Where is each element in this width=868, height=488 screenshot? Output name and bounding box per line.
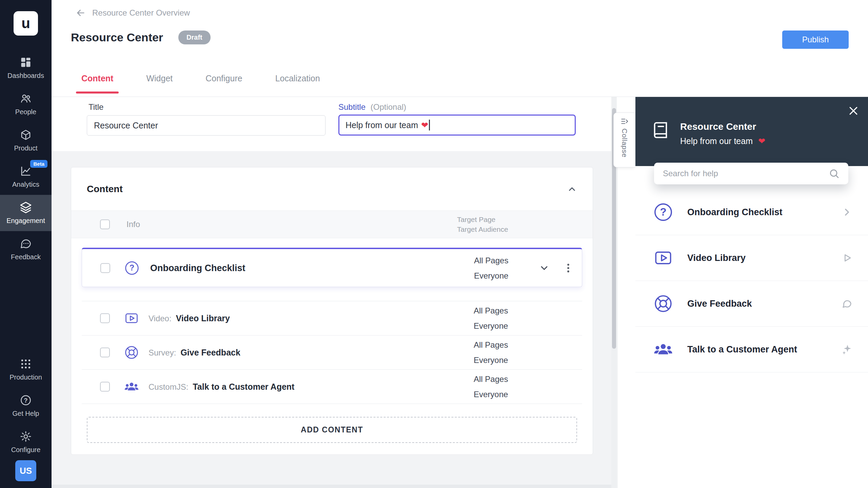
horizontal-scrollbar[interactable] (52, 485, 611, 488)
tab-content[interactable]: Content (79, 60, 115, 97)
grid-dots-icon (20, 358, 32, 370)
select-all-checkbox[interactable] (100, 220, 110, 229)
chat-dots-icon (20, 238, 32, 250)
subtitle-optional-label: (Optional) (371, 102, 406, 111)
preview-item-label: Video Library (687, 253, 841, 263)
row-name: Give Feedback (180, 348, 240, 358)
dashboards-icon (20, 56, 32, 68)
content-row-video-library[interactable]: Video: Video Library All Pages Everyone (82, 301, 582, 336)
main-content: Title Subtitle (Optional) Help from our … (52, 97, 618, 488)
row-target-page: All Pages (474, 371, 508, 387)
video-icon (653, 248, 673, 268)
lifebuoy-icon (653, 294, 673, 313)
preview-title: Resource Center (680, 121, 765, 132)
row-checkbox[interactable] (100, 313, 110, 323)
preview-item-video-library[interactable]: Video Library (635, 235, 868, 281)
title-input[interactable] (87, 115, 326, 136)
userpilot-logo[interactable]: u (14, 11, 38, 36)
preview-item-give-feedback[interactable]: Give Feedback (635, 281, 868, 327)
column-header-target-page: Target Page (457, 215, 508, 224)
sidebar-item-get-help[interactable]: ? Get Help (0, 388, 52, 424)
chevron-up-icon[interactable] (567, 184, 577, 194)
row-checkbox[interactable] (100, 263, 110, 273)
kebab-menu-icon[interactable] (563, 262, 574, 274)
sidebar-item-product[interactable]: Product (0, 122, 52, 159)
sidebar-item-label: Production (9, 373, 42, 381)
content-row-onboarding-checklist[interactable]: ? Onboarding Checklist All Pages Everyon… (82, 248, 582, 287)
book-icon (652, 121, 669, 146)
publish-button[interactable]: Publish (782, 30, 849, 49)
text-caret (429, 120, 430, 130)
sidebar-item-label: People (15, 108, 36, 116)
preview-item-onboarding-checklist[interactable]: ? Onboarding Checklist (635, 189, 868, 235)
play-icon (841, 252, 853, 264)
row-target-page: All Pages (474, 253, 508, 268)
content-card: Content Info Target Page Target Audience… (71, 167, 593, 455)
sidebar-item-production[interactable]: Production (0, 351, 52, 388)
table-header-row: Info Target Page Target Audience (71, 210, 593, 238)
heart-emoji: ❤ (421, 120, 428, 130)
people-group-icon (124, 379, 139, 394)
add-content-button[interactable]: ADD CONTENT (87, 417, 577, 443)
svg-text:?: ? (660, 206, 666, 218)
preview-item-customer-agent[interactable]: Talk to a Customer Agent (635, 327, 868, 372)
tab-localization[interactable]: Localization (273, 60, 322, 97)
column-header-target-audience: Target Audience (457, 224, 508, 234)
collapse-panel-button[interactable]: Collapse (613, 113, 635, 167)
subtitle-label-wrap: Subtitle (Optional) (338, 102, 406, 112)
close-icon[interactable] (848, 105, 859, 117)
top-header: Resource Center Overview Resource Center… (52, 0, 868, 97)
heart-emoji: ❤ (758, 136, 765, 146)
status-badge: Draft (178, 30, 211, 44)
row-name: Video Library (176, 313, 230, 323)
search-input[interactable] (663, 169, 829, 178)
preview-item-label: Onboarding Checklist (687, 207, 841, 218)
row-label: CustomJS: Talk to a Customer Agent (149, 382, 294, 392)
sidebar-nav: Dashboards People Product Beta Analy (0, 50, 52, 460)
tab-widget[interactable]: Widget (144, 60, 175, 97)
question-circle-icon: ? (653, 202, 673, 222)
sidebar-item-engagement[interactable]: Engagement (0, 195, 52, 231)
row-target-page: All Pages (474, 337, 508, 352)
content-row-give-feedback[interactable]: Survey: Give Feedback All Pages Everyone (82, 336, 582, 370)
back-arrow-icon[interactable] (75, 7, 86, 18)
subtitle-label: Subtitle (338, 102, 366, 111)
back-link[interactable]: Resource Center Overview (75, 7, 190, 18)
user-avatar[interactable]: US (15, 460, 36, 481)
sidebar-item-analytics[interactable]: Beta Analytics (0, 159, 52, 195)
sidebar-spacer (0, 267, 52, 351)
product-icon (20, 129, 32, 141)
sidebar-item-label: Dashboards (7, 72, 44, 80)
sidebar-item-label: Feedback (11, 253, 41, 261)
content-row-customer-agent[interactable]: CustomJS: Talk to a Customer Agent All P… (82, 370, 582, 404)
subtitle-input[interactable]: Help from our team ❤ (338, 115, 576, 136)
people-group-icon (653, 340, 673, 359)
sparkle-icon (841, 344, 853, 355)
row-name: Talk to a Customer Agent (193, 382, 294, 392)
row-checkbox[interactable] (100, 382, 110, 392)
preview-item-label: Talk to a Customer Agent (687, 344, 841, 355)
row-target: All Pages Everyone (474, 337, 508, 368)
row-target: All Pages Everyone (474, 371, 508, 402)
sidebar-item-feedback[interactable]: Feedback (0, 231, 52, 267)
back-link-label: Resource Center Overview (92, 8, 190, 18)
sidebar-item-configure[interactable]: Configure (0, 424, 52, 460)
row-label: Survey: Give Feedback (149, 348, 240, 358)
sidebar-item-people[interactable]: People (0, 86, 52, 122)
chevron-down-icon[interactable] (539, 263, 550, 273)
content-rows: Video: Video Library All Pages Everyone … (82, 301, 582, 404)
row-type-label: Video: (149, 314, 172, 323)
lifebuoy-icon (124, 345, 139, 360)
svg-text:?: ? (130, 263, 135, 272)
row-target-audience: Everyone (474, 318, 508, 333)
sidebar-item-label: Analytics (12, 181, 39, 188)
row-checkbox[interactable] (100, 348, 110, 358)
preview-search-bar[interactable] (654, 163, 848, 184)
sidebar-item-dashboards[interactable]: Dashboards (0, 50, 52, 86)
row-label: Video: Video Library (149, 313, 230, 323)
video-icon (124, 311, 139, 326)
svg-text:?: ? (24, 397, 28, 404)
row-target-audience: Everyone (474, 352, 508, 368)
title-subtitle-form: Title Subtitle (Optional) Help from our … (52, 97, 618, 151)
tab-configure[interactable]: Configure (203, 60, 244, 97)
